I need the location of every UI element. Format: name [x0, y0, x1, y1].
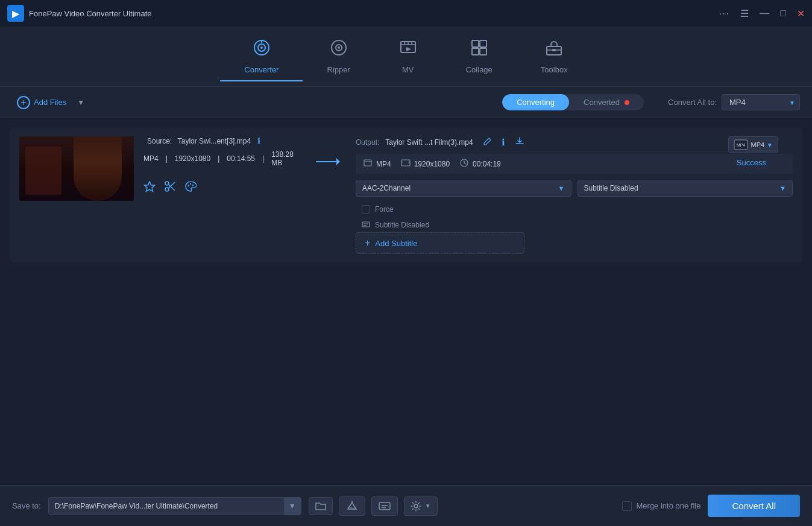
svg-rect-13: [472, 40, 479, 47]
output-label: Output:: [356, 138, 379, 147]
accelerate-button[interactable]: OFF: [339, 496, 365, 516]
convert-all-label: Convert All: [732, 501, 776, 511]
svg-rect-30: [364, 160, 371, 166]
path-input-wrap: ▼: [48, 497, 301, 515]
merge-option: Merge into one file: [622, 501, 701, 511]
hw-accel-button[interactable]: OFF: [371, 496, 398, 516]
output-row: Output: Taylor Swift ...t Film(3).mp4 ℹ: [356, 136, 793, 148]
subtitle-row-icon: [362, 220, 370, 230]
bottom-bar: Save to: ▼ OFF OFF: [0, 485, 812, 526]
maximize-icon[interactable]: □: [780, 8, 786, 19]
add-files-button[interactable]: + Add Files: [12, 92, 71, 113]
cut-icon[interactable]: [164, 180, 176, 195]
minimize-icon[interactable]: —: [760, 8, 769, 19]
toolbox-icon: [544, 38, 564, 62]
star-icon[interactable]: [143, 180, 156, 195]
subtitle-dropdown[interactable]: Subtitle Disabled ▼: [578, 180, 793, 197]
audio-channel-dropdown[interactable]: AAC-2Channel ▼: [356, 180, 571, 197]
add-subtitle-button[interactable]: + Add Subtitle: [356, 232, 524, 254]
svg-marker-29: [336, 158, 340, 165]
format-select-wrap: MP4 MKV AVI MOV WMV FLV: [722, 94, 800, 110]
more-icon[interactable]: ···: [719, 7, 729, 20]
file-card: Source: Taylor Swi...ent[3].mp4 ℹ MP4 | …: [10, 128, 802, 262]
tab-converting[interactable]: Converting: [502, 94, 569, 110]
title-bar: ▶ FonePaw Video Converter Ultimate ··· ☰…: [0, 0, 812, 27]
collage-label: Collage: [466, 65, 493, 74]
output-section: Output: Taylor Swift ...t Film(3).mp4 ℹ: [356, 136, 793, 254]
add-files-dropdown-arrow[interactable]: ▼: [77, 98, 84, 107]
path-dropdown-button[interactable]: ▼: [284, 498, 301, 515]
converted-dot: [625, 100, 629, 105]
svg-point-6: [338, 46, 340, 49]
converter-icon: [252, 38, 271, 62]
close-icon[interactable]: ✕: [797, 8, 805, 19]
svg-marker-12: [406, 47, 411, 51]
nav-collage[interactable]: Collage: [442, 32, 517, 81]
add-subtitle-plus-icon: +: [365, 238, 370, 249]
settings-button[interactable]: ▼: [404, 496, 438, 516]
subtitle-dropdown-arrow: ▼: [779, 185, 786, 192]
convert-all-to: Convert All to: MP4 MKV AVI MOV WMV FLV: [668, 94, 800, 110]
output-format: MP4: [376, 160, 391, 168]
output-filename: Taylor Swift ...t Film(3).mp4: [385, 138, 473, 147]
badge-dropdown-arrow[interactable]: ▼: [767, 142, 773, 148]
file-info: Source: Taylor Swi...ent[3].mp4 ℹ MP4 | …: [143, 136, 300, 195]
menu-icon[interactable]: ☰: [740, 8, 749, 19]
source-info-icon[interactable]: ℹ: [257, 136, 260, 145]
audio-channel-value: AAC-2Channel: [362, 184, 411, 192]
save-path-input[interactable]: [49, 498, 284, 515]
badge-format-label: MP4: [751, 141, 764, 148]
svg-rect-14: [480, 40, 486, 47]
svg-line-35: [464, 163, 466, 164]
add-files-icon: +: [17, 96, 30, 109]
converted-label: Converted: [584, 98, 620, 107]
svg-point-2: [260, 46, 263, 49]
settings-dropdown-arrow: ▼: [425, 502, 431, 509]
force-checkbox[interactable]: [362, 205, 370, 214]
thumbnail-decoration: [74, 136, 122, 201]
subtitle-disabled-row: Subtitle Disabled: [356, 217, 793, 232]
output-resolution: 1920x1080: [414, 160, 450, 168]
main-content: Source: Taylor Swi...ent[3].mp4 ℹ MP4 | …: [0, 118, 812, 485]
nav-converter[interactable]: Converter: [220, 32, 303, 81]
converting-label: Converting: [517, 98, 555, 107]
file-actions: [143, 180, 300, 195]
svg-point-48: [414, 504, 418, 508]
tab-group: Converting Converted: [502, 94, 644, 110]
file-resolution: 1920x1080: [175, 154, 210, 163]
force-row: Force: [356, 201, 793, 217]
source-filename: Taylor Swi...ent[3].mp4: [178, 137, 251, 145]
output-format-spec: MP4: [363, 158, 391, 170]
ripper-icon: [329, 38, 348, 62]
svg-text:MP4: MP4: [737, 143, 746, 147]
audio-dropdown-arrow: ▼: [558, 185, 565, 192]
output-edit-icon[interactable]: [483, 137, 492, 148]
convert-all-button[interactable]: Convert All: [708, 495, 800, 517]
nav-toolbox[interactable]: Toolbox: [517, 32, 592, 81]
toolbox-label: Toolbox: [541, 65, 568, 74]
ripper-label: Ripper: [327, 65, 350, 74]
toolbar: + Add Files ▼ Converting Converted Conve…: [0, 87, 812, 118]
svg-rect-16: [480, 48, 486, 55]
svg-rect-36: [362, 222, 370, 227]
app-title: FonePaw Video Converter Ultimate: [29, 9, 714, 18]
merge-checkbox[interactable]: [622, 501, 632, 511]
format-badge[interactable]: MP4 MP4 ▼: [728, 136, 778, 153]
svg-text:OFF: OFF: [382, 508, 388, 511]
nav-ripper[interactable]: Ripper: [303, 32, 374, 81]
open-folder-button[interactable]: [309, 497, 333, 515]
output-save-icon[interactable]: [515, 136, 524, 148]
svg-rect-32: [401, 160, 410, 166]
window-controls: ··· ☰ — □ ✕: [719, 7, 805, 20]
palette-icon[interactable]: [184, 180, 197, 195]
nav-mv[interactable]: MV: [374, 32, 442, 81]
bottom-tools: OFF OFF ▼: [309, 496, 438, 516]
file-format: MP4: [143, 154, 159, 163]
tab-converted[interactable]: Converted: [569, 94, 644, 110]
output-duration: 00:04:19: [473, 160, 501, 168]
format-select[interactable]: MP4 MKV AVI MOV WMV FLV: [722, 94, 800, 110]
file-meta: MP4 | 1920x1080 | 00:14:55 | 138.28 MB: [143, 150, 300, 167]
app-logo: ▶: [7, 5, 24, 22]
logo-symbol: ▶: [12, 8, 19, 19]
output-info-icon[interactable]: ℹ: [502, 137, 505, 148]
